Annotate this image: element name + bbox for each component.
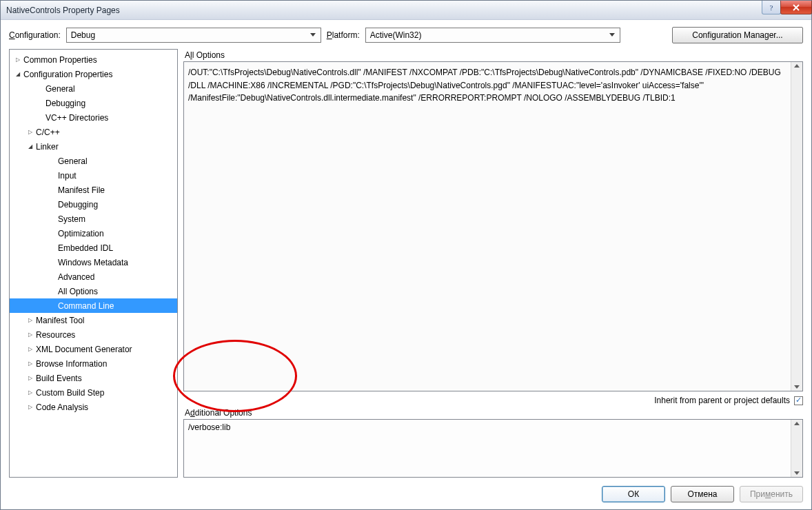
dialog-buttons: ОК Отмена Применить bbox=[9, 486, 803, 502]
tree-item-label: Advanced bbox=[58, 272, 94, 282]
tree-item-label: Configuration Properties bbox=[23, 70, 112, 79]
inherit-row: Inherit from parent or project defaults bbox=[183, 396, 803, 405]
tree-item-label: Code Analysis bbox=[36, 402, 88, 412]
tree-item[interactable]: General bbox=[10, 81, 177, 96]
configuration-manager-button[interactable]: Configuration Manager... bbox=[672, 27, 803, 43]
tree-spacer bbox=[48, 229, 57, 238]
window-title: NativeControls Property Pages bbox=[6, 6, 120, 15]
tree-item-label: Input bbox=[58, 171, 77, 181]
additional-options-label: Additional Options bbox=[185, 408, 803, 418]
right-pane: All Options /OUT:"C:\TfsProjects\Debug\N… bbox=[183, 49, 803, 478]
collapse-icon[interactable] bbox=[26, 403, 34, 411]
collapse-icon[interactable] bbox=[26, 389, 34, 397]
close-button[interactable] bbox=[780, 1, 812, 14]
tree-spacer bbox=[36, 114, 44, 122]
tree-item[interactable]: Input bbox=[10, 168, 177, 183]
tree-item[interactable]: General bbox=[10, 154, 177, 168]
tree-item[interactable]: Advanced bbox=[10, 269, 177, 284]
configuration-label: Configuration: bbox=[9, 30, 61, 40]
collapse-icon[interactable] bbox=[26, 128, 34, 136]
tree-spacer bbox=[48, 157, 57, 165]
ok-button[interactable]: ОК bbox=[602, 486, 665, 502]
tree-spacer bbox=[48, 287, 57, 296]
tree-item-label: All Options bbox=[58, 287, 98, 296]
tree-item-label: Manifest Tool bbox=[36, 316, 84, 325]
tree-item[interactable]: Manifest Tool bbox=[10, 313, 177, 327]
tree-item-label: XML Document Generator bbox=[36, 345, 132, 354]
tree-item[interactable]: Common Properties bbox=[10, 52, 177, 67]
collapse-icon[interactable] bbox=[26, 331, 34, 339]
tree-item[interactable]: Debugging bbox=[10, 197, 177, 212]
tree-item-label: Manifest File bbox=[58, 185, 105, 195]
tree-item[interactable]: Linker bbox=[10, 139, 177, 154]
tree-item[interactable]: Command Line bbox=[10, 298, 177, 313]
tree-item[interactable]: Embedded IDL bbox=[10, 241, 177, 255]
nav-tree[interactable]: Common PropertiesConfiguration Propertie… bbox=[9, 49, 178, 478]
tree-item-label: Linker bbox=[36, 142, 59, 152]
tree-item-label: Build Events bbox=[36, 374, 82, 383]
tree-item-label: General bbox=[45, 84, 75, 94]
tree-item-label: Debugging bbox=[45, 99, 85, 108]
scrollbar[interactable] bbox=[791, 62, 802, 391]
tree-item-label: Resources bbox=[36, 330, 75, 340]
chevron-down-icon bbox=[606, 28, 618, 42]
tree-spacer bbox=[48, 258, 57, 267]
help-button[interactable]: ? bbox=[762, 1, 781, 14]
inherit-checkbox[interactable] bbox=[794, 396, 803, 405]
tree-item-label: Optimization bbox=[58, 229, 104, 238]
additional-options-textbox[interactable]: /verbose:lib bbox=[183, 419, 803, 478]
tree-item-label: General bbox=[58, 156, 88, 166]
collapse-icon[interactable] bbox=[26, 374, 34, 382]
tree-item-label: Custom Build Step bbox=[36, 388, 104, 398]
tree-item-label: VC++ Directories bbox=[45, 113, 108, 123]
tree-spacer bbox=[36, 99, 44, 108]
all-options-textbox[interactable]: /OUT:"C:\TfsProjects\Debug\NativeControl… bbox=[183, 61, 803, 391]
collapse-icon[interactable] bbox=[14, 56, 22, 64]
tree-spacer bbox=[48, 186, 57, 194]
tree-item-label: C/C++ bbox=[36, 127, 60, 137]
tree-item[interactable]: C/C++ bbox=[10, 125, 177, 139]
tree-item[interactable]: Windows Metadata bbox=[10, 255, 177, 269]
tree-item-label: Windows Metadata bbox=[58, 258, 128, 267]
apply-button[interactable]: Применить bbox=[740, 486, 803, 502]
tree-item[interactable]: Code Analysis bbox=[10, 400, 177, 414]
tree-item[interactable]: All Options bbox=[10, 284, 177, 298]
tree-spacer bbox=[48, 215, 57, 223]
platform-label: Platform: bbox=[327, 30, 360, 40]
platform-combo[interactable]: Active(Win32) bbox=[365, 28, 620, 43]
tree-item[interactable]: VC++ Directories bbox=[10, 110, 177, 125]
tree-item[interactable]: System bbox=[10, 212, 177, 226]
titlebar[interactable]: NativeControls Property Pages ? bbox=[1, 1, 811, 20]
collapse-icon[interactable] bbox=[26, 316, 34, 325]
tree-item[interactable]: Resources bbox=[10, 327, 177, 342]
client-area: Configuration: Debug Platform: Active(Wi… bbox=[1, 20, 811, 509]
property-pages-dialog: NativeControls Property Pages ? Configur… bbox=[0, 0, 812, 510]
expand-icon[interactable] bbox=[14, 70, 22, 79]
all-options-text: /OUT:"C:\TfsProjects\Debug\NativeControl… bbox=[188, 68, 781, 103]
tree-item[interactable]: XML Document Generator bbox=[10, 342, 177, 356]
collapse-icon[interactable] bbox=[26, 360, 34, 368]
tree-item-label: System bbox=[58, 214, 85, 224]
main-split: Common PropertiesConfiguration Propertie… bbox=[9, 49, 803, 478]
tree-spacer bbox=[48, 244, 57, 252]
configuration-combo[interactable]: Debug bbox=[66, 28, 321, 43]
tree-item[interactable]: Configuration Properties bbox=[10, 67, 177, 81]
platform-value: Active(Win32) bbox=[370, 30, 422, 40]
tree-spacer bbox=[48, 201, 57, 209]
expand-icon[interactable] bbox=[26, 143, 34, 151]
tree-item[interactable]: Build Events bbox=[10, 371, 177, 385]
tree-item-label: Browse Information bbox=[36, 359, 107, 369]
tree-item-label: Embedded IDL bbox=[58, 243, 113, 253]
cancel-button[interactable]: Отмена bbox=[671, 486, 734, 502]
chevron-down-icon bbox=[307, 28, 319, 42]
window-buttons: ? bbox=[762, 1, 811, 14]
tree-item-label: Debugging bbox=[58, 200, 98, 210]
scrollbar[interactable] bbox=[791, 420, 802, 477]
tree-item[interactable]: Optimization bbox=[10, 226, 177, 241]
tree-item[interactable]: Manifest File bbox=[10, 183, 177, 197]
tree-item[interactable]: Custom Build Step bbox=[10, 385, 177, 400]
tree-item[interactable]: Debugging bbox=[10, 96, 177, 110]
svg-text:?: ? bbox=[770, 3, 773, 12]
tree-item[interactable]: Browse Information bbox=[10, 356, 177, 371]
collapse-icon[interactable] bbox=[26, 345, 34, 354]
